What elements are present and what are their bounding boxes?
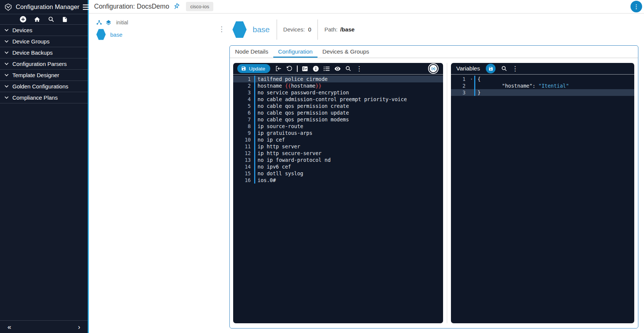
tree-root-row[interactable]: initial (96, 18, 218, 27)
code-text: no ipv6 cef (255, 163, 291, 170)
sidebar-item-compliance-plans[interactable]: Compliance Plans (0, 92, 88, 103)
configuration-editor: Update (233, 63, 443, 323)
code-line-4[interactable]: 4no cable admission-control preempt prio… (233, 96, 443, 103)
configuration-code-area[interactable]: 1tailfned police cirmode2hostname {{host… (233, 75, 443, 323)
info-icon[interactable] (310, 66, 321, 72)
path-label: Path: (324, 26, 337, 33)
code-text: no cable qos permission modems (255, 116, 349, 123)
tree-kebab-icon[interactable]: ⋮ (218, 13, 229, 333)
save-icon (488, 66, 493, 71)
code-line-5[interactable]: 5no cable qos permission create (233, 103, 443, 109)
page-title: Configuration: DocsDemo (94, 3, 169, 10)
code-text: hostname {{hostname}} (255, 82, 322, 89)
sidebar-item-template-designer[interactable]: Template Designer (0, 70, 88, 81)
search-icon[interactable] (343, 66, 354, 72)
node-hexagon-icon (232, 21, 247, 38)
sidebar-item-device-groups[interactable]: Device Groups (0, 36, 88, 47)
save-variables-button[interactable] (486, 64, 496, 73)
path-value: /base (340, 26, 354, 33)
code-line-8[interactable]: 8ip source-route (233, 123, 443, 130)
sidebar-item-device-backups[interactable]: Device Backups (0, 47, 88, 58)
sidebar: Configuration Manager Devices Device Gro… (0, 0, 89, 333)
config-tree-panel: initial base (89, 13, 218, 333)
app-title: Configuration Manager (16, 3, 79, 10)
code-line-6[interactable]: 6no cable qos permission update (233, 109, 443, 116)
sidebar-item-devices[interactable]: Devices (0, 25, 88, 36)
home-icon[interactable] (34, 16, 40, 23)
line-number: 9 (233, 130, 254, 136)
node-detail-column: base Devices: 0 Path: /base Node Details… (229, 13, 644, 333)
sidebar-item-label: Devices (12, 27, 32, 33)
tab-devices-groups[interactable]: Devices & Groups (318, 46, 374, 58)
line-number: 4 (233, 96, 254, 103)
tab-configuration[interactable]: Configuration (273, 46, 318, 58)
code-line-7[interactable]: 7no cable qos permission modems (233, 116, 443, 123)
chevron-down-icon (4, 29, 9, 31)
chevron-down-icon (4, 74, 9, 76)
hierarchy-icon (96, 20, 102, 25)
code-line-15[interactable]: 15no dotll syslog (233, 170, 443, 177)
code-line-3[interactable]: 3} (451, 89, 634, 96)
fact-check-icon[interactable] (300, 66, 310, 72)
more-options-icon[interactable]: ⋮ (631, 1, 642, 12)
sidebar-header: Configuration Manager (0, 0, 88, 14)
code-line-1[interactable]: 1▾{ (451, 76, 634, 82)
preview-eye-icon[interactable] (332, 66, 343, 72)
devices-meta: Devices: 0 (277, 26, 318, 33)
sidebar-item-label: Configuration Parsers (12, 61, 67, 67)
line-number: 7 (233, 116, 254, 123)
sidebar-item-configuration-parsers[interactable]: Configuration Parsers (0, 58, 88, 70)
sidebar-quick-actions (0, 14, 88, 25)
document-icon[interactable] (62, 16, 68, 23)
list-icon[interactable] (321, 66, 332, 72)
undo-icon[interactable] (284, 66, 295, 72)
fold-caret-icon[interactable]: ▾ (469, 76, 474, 82)
line-number: 6 (233, 109, 254, 116)
tab-node-details[interactable]: Node Details (230, 46, 273, 58)
devices-label: Devices: (283, 26, 305, 33)
search-icon[interactable] (499, 66, 509, 72)
fold-spacer (469, 82, 474, 89)
code-line-1[interactable]: 1tailfned police cirmode (233, 76, 443, 82)
sidebar-item-golden-configurations[interactable]: Golden Configurations (0, 81, 88, 92)
collapse-panel-icon[interactable] (273, 66, 284, 72)
tree-node-label: base (110, 31, 123, 38)
node-hexagon-icon (96, 29, 106, 40)
code-line-16[interactable]: 16ios.0# (233, 177, 443, 184)
collapse-sidebar-icon[interactable]: « (7, 324, 11, 330)
content-area: initial base ⋮ base Devices: 0 (89, 13, 644, 333)
code-line-2[interactable]: 2hostname {{hostname}} (233, 82, 443, 89)
editor-kebab-icon[interactable]: ⋮ (354, 65, 365, 73)
forward-chevron-icon[interactable]: › (78, 324, 80, 330)
variables-code-area[interactable]: 1▾{2 "hostname": "Itential"3} (451, 75, 634, 323)
pin-icon[interactable] (173, 3, 180, 10)
variables-kebab-icon[interactable]: ⋮ (509, 65, 520, 73)
code-line-13[interactable]: 13no ip foward-protocol nd (233, 157, 443, 163)
code-line-9[interactable]: 9ip gratuitous-arps (233, 130, 443, 136)
variables-badge-label: (x) (430, 65, 437, 72)
line-number: 2 (233, 82, 254, 89)
line-number: 12 (233, 150, 254, 157)
add-icon[interactable] (20, 16, 26, 22)
code-text: } (475, 89, 481, 96)
variables-badge-icon[interactable]: (x) (428, 63, 439, 74)
node-header: base Devices: 0 Path: /base (229, 13, 644, 45)
line-number: 1 (233, 76, 254, 82)
sidebar-item-label: Golden Configurations (12, 83, 68, 90)
code-line-12[interactable]: 12ip http secure-server (233, 150, 443, 157)
chevron-down-icon (4, 40, 9, 43)
tree-node-row[interactable]: base (96, 29, 218, 40)
search-icon[interactable] (48, 16, 54, 22)
code-line-2[interactable]: 2 "hostname": "Itential" (451, 82, 634, 89)
code-line-11[interactable]: 11ip http server (233, 143, 443, 150)
update-button[interactable]: Update (237, 64, 270, 73)
code-line-14[interactable]: 14no ipv6 cef (233, 163, 443, 170)
chevron-down-icon (4, 85, 9, 88)
tree-root-label: initial (116, 19, 128, 25)
configuration-toolbar: Update (233, 63, 443, 75)
code-line-3[interactable]: 3no service password-encryption (233, 89, 443, 96)
code-line-10[interactable]: 10no ip cef (233, 136, 443, 143)
sidebar-item-label: Template Designer (12, 72, 59, 78)
itential-logo-icon (4, 3, 12, 11)
editors-divider (443, 63, 451, 323)
